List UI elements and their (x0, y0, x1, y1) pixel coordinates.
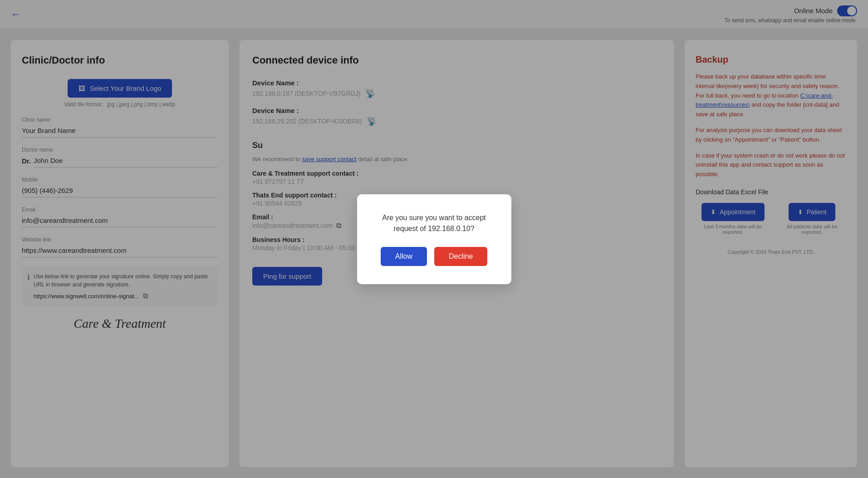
modal-buttons: Allow Decline (379, 247, 490, 266)
modal-allow-button[interactable]: Allow (381, 247, 427, 266)
modal-overlay: Are you sure you want to accept request … (0, 0, 868, 478)
modal-message: Are you sure you want to accept request … (379, 212, 490, 234)
modal-decline-button[interactable]: Decline (434, 247, 487, 266)
modal-box: Are you sure you want to accept request … (357, 194, 511, 284)
